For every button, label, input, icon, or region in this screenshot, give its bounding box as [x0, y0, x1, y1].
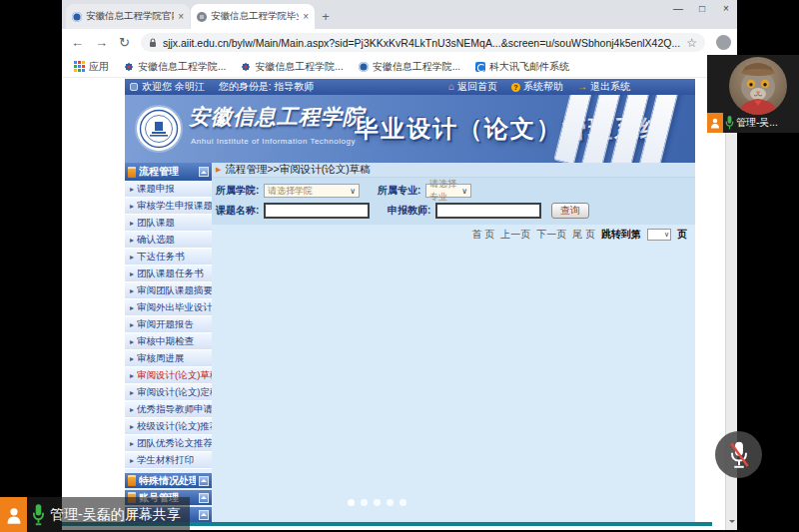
sidebar-item[interactable]: 确认选题	[125, 232, 212, 249]
mic-muted-icon	[728, 440, 750, 470]
screen-share-banner: 管理-吴磊的屏幕共享	[0, 497, 190, 532]
sidebar-section-process[interactable]: 流程管理	[125, 163, 212, 181]
maximize-button[interactable]: □	[697, 3, 707, 14]
collapse-icon[interactable]	[199, 476, 209, 486]
scroll-down-arrow-icon[interactable]	[729, 520, 735, 526]
sidebar-item[interactable]: 审核学生申报课题	[125, 198, 212, 215]
pagination-link[interactable]: 上一页	[500, 228, 530, 242]
globe-favicon-icon	[197, 12, 207, 22]
bookmark-label: 科大讯飞邮件系统	[489, 60, 569, 74]
back-icon[interactable]: ←	[71, 36, 84, 49]
bookmark-item[interactable]: 安徽信息工程学院...	[241, 60, 343, 74]
address-bar[interactable]: sjjx.aiit.edu.cn/bylw/Main/Main.aspx?sid…	[141, 33, 705, 52]
sidebar-item[interactable]: 学生材料打印	[125, 452, 212, 469]
microphone-muted-button[interactable]	[715, 431, 762, 478]
chevron-down-icon: ∨	[347, 187, 356, 196]
new-tab-button[interactable]: +	[315, 9, 337, 24]
bookmark-label: 安徽信息工程学院...	[138, 60, 226, 74]
filter-panel: 所属学院: 请选择学院 ∨ 所属专业: 请选择专业 ∨	[212, 178, 695, 225]
carousel-dot[interactable]	[348, 499, 355, 506]
carousel-dot[interactable]	[361, 499, 368, 506]
carousel-dot[interactable]	[400, 499, 406, 506]
close-tab-icon[interactable]: ×	[178, 11, 184, 22]
sidebar-item[interactable]: 团队优秀论文推荐表	[125, 435, 212, 452]
pagination-link[interactable]: 首 页	[471, 228, 494, 242]
profile-avatar[interactable]	[716, 35, 731, 50]
person-icon	[6, 506, 22, 524]
sidebar-item[interactable]: 校级设计(论文)推荐	[125, 418, 212, 435]
participant-video-tile[interactable]: 管理-吴...	[707, 55, 799, 133]
sidebar-item[interactable]: 团队课题	[125, 215, 212, 232]
bookmark-item-mail[interactable]: 科大讯飞邮件系统	[475, 60, 569, 74]
college-label: 所属学院:	[216, 184, 264, 198]
main-content: 流程管理>>审阅设计(论文)草稿 所属学院: 请选择学院 ∨ 所属专业: 请选择…	[212, 163, 695, 522]
topic-name-input[interactable]	[264, 203, 370, 219]
sidebar-item[interactable]: 审核中期检查	[125, 333, 212, 350]
sidebar-item[interactable]: 审阅团队课题摘要	[125, 282, 212, 299]
close-window-button[interactable]: ×	[721, 3, 731, 14]
sidebar-section[interactable]: 特殊情况处理	[125, 473, 212, 488]
minimize-button[interactable]: —	[673, 3, 683, 14]
chevron-down-icon: ∨	[664, 231, 670, 239]
carousel-dot[interactable]	[387, 499, 394, 506]
window-controls: — □ ×	[673, 3, 731, 14]
sidebar-item[interactable]: 优秀指导教师申请	[125, 401, 212, 418]
school-name-en: Anhui Institute of Information Technolog…	[191, 137, 356, 146]
participant-name: 管理-吴...	[736, 116, 778, 130]
site-top-bar: 欢迎您 余明江 您的身份是: 指导教师 ⌂ 返回首页 系统帮助 → 退出系统	[125, 79, 695, 95]
carousel-dot[interactable]	[374, 499, 381, 506]
sidebar-item[interactable]: 审阅设计(论文)定稿	[125, 384, 212, 401]
sidebar-item[interactable]: 下达任务书	[125, 249, 212, 266]
sidebar-item[interactable]: 审阅设计(论文)草稿	[125, 367, 212, 384]
url-text: sjjx.aiit.edu.cn/bylw/Main/Main.aspx?sid…	[163, 37, 680, 49]
exit-icon: →	[577, 82, 587, 92]
participant-avatar	[729, 57, 787, 115]
search-button[interactable]: 查询	[551, 203, 589, 219]
sidebar-item[interactable]: 审阅开题报告	[125, 316, 212, 333]
link-help[interactable]: 系统帮助	[511, 80, 563, 94]
sidebar-item[interactable]: 审核周进展	[125, 350, 212, 367]
welcome-text: 欢迎您 余明江	[142, 80, 205, 94]
collapse-icon[interactable]	[199, 510, 209, 520]
padlock-icon	[149, 38, 157, 48]
school-logo-icon	[135, 105, 183, 153]
tab-bar: 安徽信息工程学院官网-首页 × 安徽信息工程学院毕业设计(论文 × + — □ …	[62, 0, 737, 29]
forward-icon[interactable]: →	[95, 36, 108, 49]
tab-school-homepage[interactable]: 安徽信息工程学院官网-首页 ×	[66, 4, 190, 29]
pagination-link[interactable]: 尾 页	[572, 228, 595, 242]
sidebar-item[interactable]: 团队课题任务书	[125, 266, 212, 282]
bookmark-item[interactable]: 安徽信息工程学院...	[359, 60, 460, 74]
bookmark-star-icon[interactable]: ☆	[686, 36, 697, 50]
link-logout[interactable]: → 退出系统	[577, 80, 630, 94]
banner-books-graphic	[553, 95, 695, 163]
close-tab-icon[interactable]: ×	[303, 11, 309, 22]
person-icon	[710, 117, 720, 129]
apps-shortcut[interactable]: 应用	[74, 60, 109, 74]
aiit-badge-icon	[241, 62, 251, 72]
carousel-dots	[348, 499, 406, 506]
mic-on-icon	[725, 115, 734, 131]
bookmark-label: 安徽信息工程学院...	[373, 60, 460, 74]
bookmark-item[interactable]: 安徽信息工程学院...	[124, 60, 226, 74]
jump-page-select[interactable]: ∨	[647, 229, 671, 241]
college-select[interactable]: 请选择学院 ∨	[264, 184, 360, 198]
teacher-name-input[interactable]	[435, 203, 541, 219]
bookmarks-bar: 应用 安徽信息工程学院... 安徽信息工程学院... 安徽信息工程学院... 科	[62, 56, 737, 78]
sidebar-item[interactable]: 审阅外出毕业设计申请	[125, 299, 212, 316]
link-home[interactable]: ⌂ 返回首页	[448, 80, 497, 94]
sidebar: 流程管理 课题申报 审核学生申报课题	[125, 163, 212, 522]
tab-thesis-system[interactable]: 安徽信息工程学院毕业设计(论文 ×	[191, 4, 315, 29]
pagination-link[interactable]: 下一页	[536, 228, 566, 242]
breadcrumb: 流程管理>>审阅设计(论文)草稿	[212, 163, 695, 178]
collapse-icon[interactable]	[199, 493, 209, 503]
cat-avatar-icon	[729, 57, 787, 115]
chevron-down-icon: ∨	[458, 187, 467, 196]
sidebar-item[interactable]: 课题申报	[125, 181, 212, 198]
major-select[interactable]: 请选择专业 ∨	[425, 184, 471, 198]
collapse-icon[interactable]	[199, 167, 209, 177]
screen-share-label: 管理-吴磊的屏幕共享	[50, 506, 181, 524]
participant-name-strip: 管理-吴...	[707, 113, 799, 133]
thesis-system-page: 欢迎您 余明江 您的身份是: 指导教师 ⌂ 返回首页 系统帮助 → 退出系统	[62, 78, 737, 530]
reload-icon[interactable]: ↻	[119, 36, 130, 49]
bookmark-label: 安徽信息工程学院...	[255, 60, 343, 74]
